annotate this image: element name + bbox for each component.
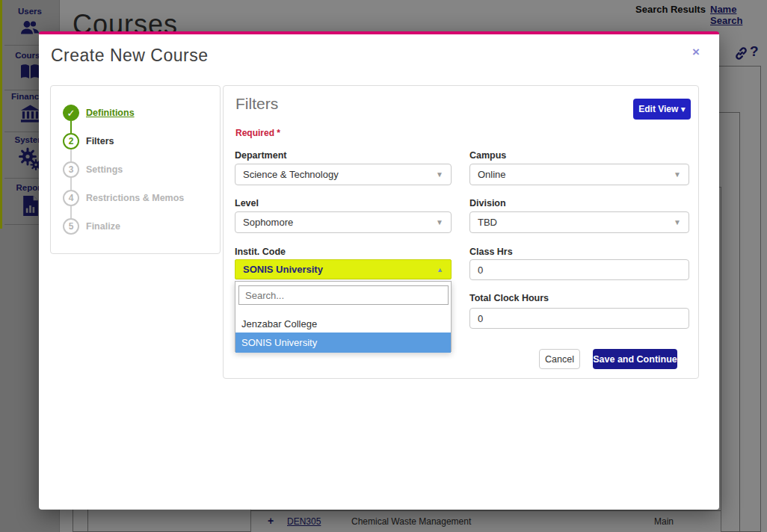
- step-connector: [70, 206, 72, 218]
- division-value: TBD: [478, 217, 497, 228]
- level-label: Level: [235, 198, 259, 208]
- modal-title: Create New Course: [51, 46, 208, 66]
- cancel-button[interactable]: Cancel: [539, 349, 580, 369]
- close-icon[interactable]: ×: [692, 45, 700, 60]
- step-circle-filters[interactable]: 2: [63, 133, 79, 149]
- campus-select[interactable]: Online ▼: [469, 164, 689, 185]
- dropdown-search-input[interactable]: [238, 285, 449, 305]
- edit-view-button[interactable]: Edit View ▾: [633, 99, 691, 120]
- step-circle-restrictions: 4: [63, 190, 79, 206]
- step-label-finalize: Finalize: [86, 221, 120, 232]
- step-circle-finalize: 5: [63, 218, 79, 235]
- dropdown-option-blank[interactable]: [235, 306, 451, 316]
- chevron-down-icon: ▼: [674, 212, 681, 232]
- step-label-restrictions: Restrictions & Memos: [86, 193, 184, 203]
- step-circle-definitions[interactable]: ✓: [63, 105, 79, 121]
- screen: Users Course: [0, 0, 767, 532]
- chevron-down-icon: ▼: [674, 164, 681, 185]
- filters-panel: Filters Edit View ▾ Required * Departmen…: [223, 85, 699, 379]
- campus-value: Online: [478, 169, 506, 180]
- department-value: Science & Technology: [243, 169, 339, 180]
- total-clock-hours-label: Total Clock Hours: [469, 293, 549, 303]
- class-hrs-input[interactable]: [469, 259, 689, 280]
- chevron-down-icon: ▼: [436, 164, 443, 185]
- instit-code-dropdown: Jenzabar College SONIS University: [235, 281, 452, 352]
- step-connector: [70, 178, 72, 190]
- division-label: Division: [469, 198, 506, 208]
- instit-code-label: Instit. Code: [235, 247, 286, 257]
- level-value: Sophomore: [243, 217, 293, 228]
- save-and-continue-button[interactable]: Save and Continue: [593, 349, 677, 369]
- create-course-modal: Create New Course × ✓ Definitions 2 Filt…: [39, 31, 719, 510]
- step-circle-settings: 3: [63, 161, 79, 178]
- filters-heading: Filters: [235, 95, 278, 113]
- dropdown-option-selected[interactable]: SONIS University: [235, 332, 451, 353]
- division-select[interactable]: TBD ▼: [469, 211, 689, 233]
- chevron-down-icon: ▼: [436, 212, 443, 232]
- step-label-filters: Filters: [86, 136, 114, 146]
- wizard-stepper: ✓ Definitions 2 Filters 3 Settings 4 Res…: [50, 85, 221, 254]
- dropdown-option[interactable]: Jenzabar College: [235, 316, 451, 332]
- department-label: Department: [235, 150, 286, 161]
- instit-code-select[interactable]: SONIS University ▲: [235, 259, 452, 279]
- chevron-up-icon: ▲: [437, 261, 443, 279]
- step-label-definitions[interactable]: Definitions: [86, 108, 135, 118]
- required-note: Required *: [235, 128, 280, 138]
- instit-code-value: SONIS University: [243, 264, 323, 275]
- level-select[interactable]: Sophomore ▼: [235, 211, 452, 233]
- step-connector: [70, 121, 72, 133]
- campus-label: Campus: [469, 150, 506, 161]
- step-connector: [70, 149, 72, 161]
- total-clock-hours-input[interactable]: [469, 308, 689, 329]
- class-hrs-label: Class Hrs: [469, 247, 513, 257]
- step-label-settings: Settings: [86, 164, 123, 175]
- department-select[interactable]: Science & Technology ▼: [235, 164, 452, 185]
